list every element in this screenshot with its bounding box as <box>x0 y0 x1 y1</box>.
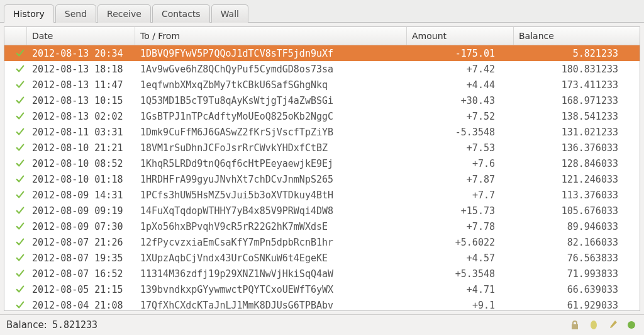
cell-balance: 71.993833 <box>514 268 640 280</box>
tab-history[interactable]: History <box>4 4 54 23</box>
status-bar: Balance: 5.821233 <box>0 314 644 335</box>
preferences-icon[interactable] <box>606 319 619 331</box>
cell-amount: -175.01 <box>407 48 514 59</box>
table-row[interactable]: 2012-08-13 11:471eqfwnbXMxqZbMy7tkCBkU6S… <box>4 77 640 93</box>
cell-address: 1PCfs3hUW5HsMZ5vJui5b3oXVTDkuy4BtH <box>135 190 407 201</box>
cell-balance: 138.541233 <box>514 111 640 122</box>
table-row[interactable]: 2012-08-13 20:341DBVQ9FYwV5P7QQoJ1dTCV8s… <box>4 45 640 61</box>
cell-balance: 113.376033 <box>514 190 640 201</box>
cell-amount: +7.87 <box>407 174 514 185</box>
cell-balance: 82.166033 <box>514 237 640 248</box>
table-body[interactable]: 2012-08-13 20:341DBVQ9FYwV5P7QQoJ1dTCV8s… <box>4 45 640 310</box>
confirmed-checkmark-icon <box>4 299 27 311</box>
cell-amount: +4.44 <box>407 79 514 91</box>
cell-balance: 5.821233 <box>514 48 640 59</box>
cell-amount: +4.57 <box>407 253 514 264</box>
header-address[interactable]: To / From <box>135 27 407 45</box>
cell-amount: +7.42 <box>407 64 514 75</box>
confirmed-checkmark-icon <box>4 63 27 76</box>
confirmed-checkmark-icon <box>4 220 27 233</box>
cell-address: 1XUpzAqbCjVndx43UrCoSNKuW6t4EgeKE <box>135 253 407 264</box>
cell-address: 139bvndkxpGYywmwctPQYTCxoUEWfT6yWX <box>135 284 407 295</box>
cell-balance: 168.971233 <box>514 95 640 106</box>
table-header-row: Date To / From Amount Balance <box>4 27 640 45</box>
cell-amount: +5.6022 <box>407 237 514 248</box>
table-row[interactable]: 2012-08-09 07:301pXo56hxBPvqhV9cR5rR22G2… <box>4 219 640 234</box>
cell-balance: 121.246033 <box>514 174 640 185</box>
cell-date: 2012-08-13 20:34 <box>27 48 135 59</box>
cell-address: 1KhqR5LRDd9tnQ6qf6cHtPEeyaewjkE9Ej <box>135 158 407 169</box>
table-row[interactable]: 2012-08-13 10:151Q53MD1B5cT9Tu8qAyKsWtjg… <box>4 93 640 108</box>
confirmed-checkmark-icon <box>4 268 27 280</box>
header-date[interactable]: Date <box>27 27 135 45</box>
cell-balance: 173.411233 <box>514 79 640 91</box>
table-row[interactable]: 2012-08-09 14:311PCfs3hUW5HsMZ5vJui5b3oX… <box>4 187 640 203</box>
seed-icon[interactable] <box>587 319 600 331</box>
confirmed-checkmark-icon <box>4 157 27 170</box>
cell-balance: 128.846033 <box>514 158 640 169</box>
table-row[interactable]: 2012-08-13 02:021GsBTPJ1nTPcAdftyMoUEoQ8… <box>4 108 640 124</box>
header-amount[interactable]: Amount <box>407 27 514 45</box>
cell-balance: 131.021233 <box>514 127 640 138</box>
confirmed-checkmark-icon <box>4 110 27 123</box>
tab-send[interactable]: Send <box>55 4 96 23</box>
tab-strip: HistorySendReceiveContactsWall <box>0 0 644 23</box>
lock-icon[interactable] <box>569 319 581 331</box>
table-row[interactable]: 2012-08-10 21:2118VM1rSuDhnJCFoJsrRrCWvk… <box>4 140 640 156</box>
confirmed-checkmark-icon <box>4 142 27 154</box>
table-row[interactable]: 2012-08-13 18:181Av9wGve6hZ8QChQyPuf5Cym… <box>4 61 640 77</box>
cell-amount: -5.3548 <box>407 127 514 138</box>
cell-date: 2012-08-05 21:15 <box>27 284 135 295</box>
network-status-icon[interactable] <box>625 319 638 331</box>
tab-contacts[interactable]: Contacts <box>152 4 210 23</box>
table-row[interactable]: 2012-08-07 21:2612fPycvzxiaEmCsaKfY7mPn5… <box>4 234 640 250</box>
cell-balance: 89.946033 <box>514 221 640 232</box>
cell-amount: +30.43 <box>407 95 514 106</box>
cell-date: 2012-08-11 03:31 <box>27 127 135 138</box>
confirmed-checkmark-icon <box>4 94 27 107</box>
cell-date: 2012-08-13 11:47 <box>27 79 135 91</box>
svg-point-1 <box>628 321 635 329</box>
cell-address: 1eqfwnbXMxqZbMy7tkCBkU6SafSGhgNkq <box>135 79 407 91</box>
cell-amount: +7.52 <box>407 111 514 122</box>
cell-address: 1pXo56hxBPvqhV9cR5rR22G2hK7mWXdsE <box>135 221 407 232</box>
cell-date: 2012-08-07 16:52 <box>27 268 135 280</box>
confirmed-checkmark-icon <box>4 236 27 249</box>
table-row[interactable]: 2012-08-10 01:181HRDHFrA99gyuJNvhXt7chDC… <box>4 171 640 187</box>
cell-address: 1DBVQ9FYwV5P7QQoJ1dTCV8sTF5jdn9uXf <box>135 48 407 59</box>
confirmed-checkmark-icon <box>4 79 27 91</box>
cell-date: 2012-08-13 18:18 <box>27 64 135 75</box>
table-row[interactable]: 2012-08-05 21:15139bvndkxpGYywmwctPQYTCx… <box>4 281 640 297</box>
cell-address: 11314M36zdfj19p29XNZ1NwVjHkiSqQ4aW <box>135 268 407 280</box>
cell-balance: 180.831233 <box>514 64 640 75</box>
confirmed-checkmark-icon <box>4 252 27 264</box>
cell-date: 2012-08-10 08:52 <box>27 158 135 169</box>
cell-date: 2012-08-13 02:02 <box>27 111 135 122</box>
cell-amount: +4.71 <box>407 284 514 295</box>
table-row[interactable]: 2012-08-04 21:0817QfXhCXdcKTaJnLJ1MmK8DJ… <box>4 297 640 310</box>
cell-balance: 61.929033 <box>514 300 640 311</box>
table-row[interactable]: 2012-08-07 19:351XUpzAqbCjVndx43UrCoSNKu… <box>4 250 640 266</box>
cell-date: 2012-08-10 21:21 <box>27 142 135 154</box>
confirmed-checkmark-icon <box>4 126 27 139</box>
cell-amount: +9.1 <box>407 300 514 311</box>
cell-address: 17QfXhCXdcKTaJnLJ1MmK8DJUsG6TPBAbv <box>135 300 407 311</box>
cell-amount: +7.6 <box>407 158 514 169</box>
header-balance[interactable]: Balance <box>514 27 640 45</box>
cell-address: 18VM1rSuDhnJCFoJsrRrCWvkYHDxfCtBZ <box>135 142 407 154</box>
table-row[interactable]: 2012-08-11 03:311Dmk9CuFfM6J6GASwZ2fKrSj… <box>4 124 640 140</box>
cell-address: 1Q53MD1B5cT9Tu8qAyKsWtjgTj4aZwBSGi <box>135 95 407 106</box>
tab-wall[interactable]: Wall <box>211 4 248 23</box>
cell-address: 1Dmk9CuFfM6J6GASwZ2fKrSjVscfTpZiYB <box>135 127 407 138</box>
cell-date: 2012-08-10 01:18 <box>27 174 135 185</box>
cell-date: 2012-08-07 21:26 <box>27 237 135 248</box>
table-row[interactable]: 2012-08-10 08:521KhqR5LRDd9tnQ6qf6cHtPEe… <box>4 156 640 171</box>
cell-address: 14FuXqTqdopWTHHY7yB4x85V9PRWqi4DW8 <box>135 205 407 217</box>
header-check[interactable] <box>4 27 27 45</box>
confirmed-checkmark-icon <box>4 283 27 296</box>
cell-date: 2012-08-09 09:19 <box>27 205 135 217</box>
table-row[interactable]: 2012-08-09 09:1914FuXqTqdopWTHHY7yB4x85V… <box>4 203 640 219</box>
cell-amount: +7.7 <box>407 190 514 201</box>
tab-receive[interactable]: Receive <box>97 4 151 23</box>
table-row[interactable]: 2012-08-07 16:5211314M36zdfj19p29XNZ1NwV… <box>4 266 640 281</box>
